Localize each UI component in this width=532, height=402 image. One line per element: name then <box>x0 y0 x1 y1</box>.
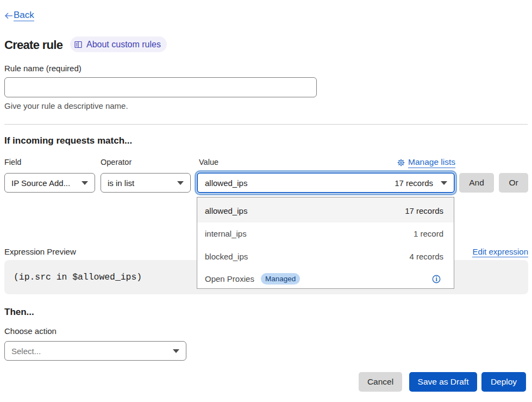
svg-text:i: i <box>436 276 438 282</box>
